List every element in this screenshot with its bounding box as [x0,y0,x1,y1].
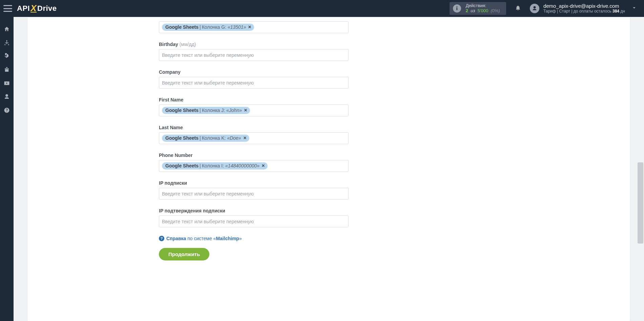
pill: Google Sheets | Колонка I: «14840000000»… [162,162,268,169]
user-email: demo_apix-drive@apix-drive.com [543,3,625,9]
actions-done: 2 [466,8,468,13]
input-address[interactable]: Google Sheets | Колонка G: «13501» ✕ [159,21,349,33]
label-last-name: Last Name [159,125,183,130]
label-first-name: First Name [159,97,183,102]
help-icon: ? [159,236,164,241]
input-ip-opt[interactable]: Введите текст или выберите переменную [159,188,349,200]
sidebar [0,17,14,321]
input-last-name[interactable]: Google Sheets | Колонка K: «Doe» ✕ [159,132,349,144]
sidebar-profile[interactable] [0,90,14,104]
logo[interactable]: API X Drive [17,4,57,13]
pill: Google Sheets | Колонка G: «13501» ✕ [162,24,254,31]
input-birthday[interactable]: Введите текст или выберите переменную [159,49,349,61]
info-icon: i [453,4,461,13]
remove-pill-icon[interactable]: ✕ [244,108,247,113]
main-scroll[interactable]: Google Sheets | Колонка G: «13501» ✕ Bir… [14,17,644,321]
label-ip-opt: IP подписки [159,180,187,186]
sidebar-connections[interactable] [0,36,14,49]
help-link[interactable]: ? Справка по системе «Mailchimp [159,236,437,241]
field-company: Company Введите текст или выберите перем… [159,69,437,89]
field-ip-opt: IP подписки Введите текст или выберите п… [159,180,437,200]
remove-pill-icon[interactable]: ✕ [243,136,247,140]
label-ip-confirm: IP подтверждения подписки [159,208,225,213]
mapping-form: Google Sheets | Колонка G: «13501» ✕ Bir… [159,20,437,260]
sidebar-video[interactable] [0,76,14,90]
input-first-name[interactable]: Google Sheets | Колонка J: «John» ✕ [159,105,349,116]
input-ip-confirm[interactable]: Введите текст или выберите переменную [159,215,349,227]
avatar-icon [530,4,539,13]
sidebar-help[interactable] [0,104,14,117]
placeholder: Введите текст или выберите переменную [162,191,254,197]
chevron-down-icon[interactable] [631,5,637,12]
continue-button[interactable]: Продолжить [159,248,209,260]
logo-api: API [17,4,30,13]
bell-icon[interactable] [515,5,521,12]
user-menu[interactable]: demo_apix-drive@apix-drive.com Тариф | С… [530,3,637,14]
logo-x: X [30,4,37,13]
field-ip-confirm: IP подтверждения подписки Введите текст … [159,208,437,227]
app-header: API X Drive i Действия: 2 из 5'000 (0%) … [0,0,644,17]
placeholder: Введите текст или выберите переменную [162,219,254,224]
placeholder: Введите текст или выберите переменную [162,80,254,86]
remove-pill-icon[interactable]: ✕ [262,163,265,168]
hint-birthday: (мм/дд) [180,42,196,47]
input-company[interactable]: Введите текст или выберите переменную [159,77,349,89]
mapping-panel: Google Sheets | Колонка G: «13501» ✕ Bir… [27,17,630,321]
actions-label: Действия: [466,3,500,8]
field-address: Google Sheets | Колонка G: «13501» ✕ [159,21,437,33]
user-tariff: Тариф | Старт | до оплаты осталось 384 д… [543,9,625,14]
sidebar-billing[interactable] [0,49,14,63]
pill: Google Sheets | Колонка J: «John» ✕ [162,107,250,114]
hamburger-icon[interactable] [3,5,12,12]
field-last-name: Last Name Google Sheets | Колонка K: «Do… [159,125,437,144]
sidebar-home[interactable] [0,22,14,36]
actions-total: 5'000 [478,8,488,13]
field-first-name: First Name Google Sheets | Колонка J: «J… [159,97,437,116]
placeholder: Введите текст или выберите переменную [162,52,254,58]
input-phone-number[interactable]: Google Sheets | Колонка I: «14840000000»… [159,160,349,172]
actions-text: Действия: 2 из 5'000 (0%) [466,3,500,14]
label-birthday: Birthday [159,42,178,47]
remove-pill-icon[interactable]: ✕ [248,25,251,29]
sidebar-marketplace[interactable] [0,63,14,76]
scrollbar[interactable] [638,17,643,321]
actions-percent: (0%) [491,8,500,13]
field-birthday: Birthday (мм/дд) Введите текст или выбер… [159,42,437,61]
logo-drive: Drive [37,4,57,13]
label-company: Company [159,69,181,75]
field-phone-number: Phone Number Google Sheets | Колонка I: … [159,153,437,172]
actions-of: из [471,8,475,13]
actions-counter[interactable]: i Действия: 2 из 5'000 (0%) [450,2,506,15]
label-phone-number: Phone Number [159,153,193,158]
pill: Google Sheets | Колонка K: «Doe» ✕ [162,135,249,142]
